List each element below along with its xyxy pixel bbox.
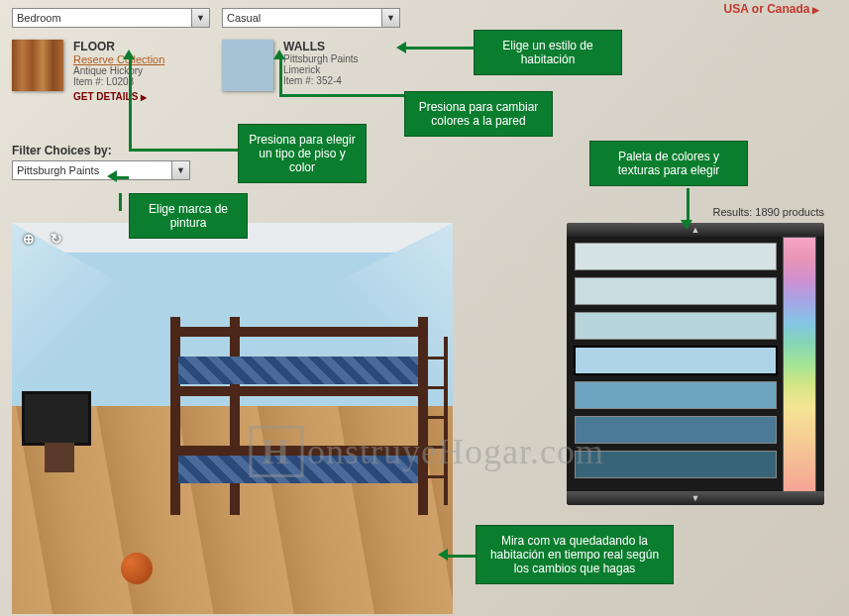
floor-swatch: [12, 40, 63, 91]
hue-gradient[interactable]: [783, 237, 816, 492]
filter-dropdown[interactable]: Pittsburgh Paints ▼: [12, 160, 190, 180]
filter-dropdown-value: Pittsburgh Paints: [17, 164, 99, 176]
walls-brand: Pittsburgh Paints: [283, 53, 359, 64]
style-dropdown-value: Casual: [227, 12, 261, 24]
refresh-icon[interactable]: ↻: [46, 228, 67, 250]
floor-title: FLOOR: [73, 40, 164, 53]
room-preview: [12, 223, 453, 614]
palette-scroll-down[interactable]: ▼: [567, 491, 824, 505]
color-palette: ▲ ▼: [567, 223, 824, 505]
walls-name: Limerick: [283, 64, 359, 75]
room-dropdown[interactable]: Bedroom ▼: [12, 8, 210, 28]
chevron-down-icon: ▼: [171, 161, 189, 179]
region-link[interactable]: USA or Canada: [724, 2, 819, 16]
color-swatch[interactable]: [575, 347, 777, 374]
callout-style: Elige un estilo de habitación: [474, 30, 622, 75]
color-swatch[interactable]: [575, 381, 777, 409]
color-swatch[interactable]: [575, 243, 777, 270]
color-swatch[interactable]: [575, 451, 777, 478]
color-swatch[interactable]: [575, 312, 777, 340]
filter-label: Filter Choices by:: [12, 144, 112, 157]
callout-floor: Presiona para elegir un tipo de piso y c…: [238, 124, 367, 183]
color-swatch[interactable]: [575, 416, 777, 444]
floor-name: Antique Hickory: [73, 65, 164, 76]
floor-collection-link[interactable]: Reserve Collection: [73, 53, 164, 65]
floor-card[interactable]: FLOOR Reserve Collection Antique Hickory…: [12, 40, 164, 102]
results-count: Results: 1890 products: [712, 206, 824, 218]
palette-scroll-up[interactable]: ▲: [567, 223, 824, 237]
walls-item-number: Item #: 352-4: [283, 75, 359, 86]
callout-palette: Paleta de colores y texturas para elegir: [589, 141, 748, 186]
style-dropdown[interactable]: Casual ▼: [222, 8, 400, 28]
chevron-down-icon: ▼: [381, 9, 399, 27]
room-dropdown-value: Bedroom: [17, 12, 61, 24]
walls-card[interactable]: WALLS Pittsburgh Paints Limerick Item #:…: [222, 40, 359, 91]
zoom-in-icon[interactable]: ⊕: [18, 228, 40, 250]
color-swatch[interactable]: [575, 277, 777, 305]
chevron-down-icon: ▼: [191, 9, 209, 27]
callout-walls: Presiona para cambiar colores a la pared: [404, 91, 553, 137]
callout-preview: Mira com va quedadando la habitación en …: [476, 525, 674, 584]
walls-title: WALLS: [283, 40, 359, 53]
floor-details-link[interactable]: GET DETAILS: [73, 91, 147, 102]
floor-item-number: Item #: L0208: [73, 76, 164, 87]
callout-brand: Elige marca de pintura: [129, 193, 248, 239]
walls-swatch: [222, 40, 273, 91]
